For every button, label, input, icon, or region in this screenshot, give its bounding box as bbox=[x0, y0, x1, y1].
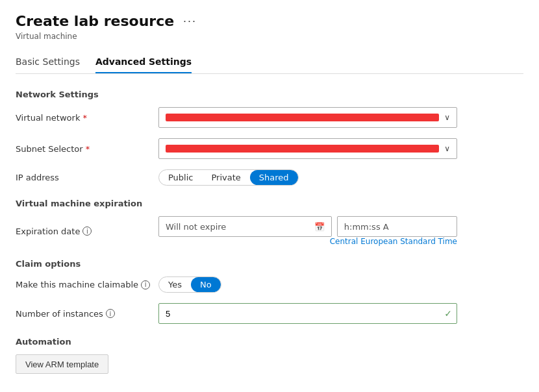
check-icon: ✓ bbox=[444, 308, 452, 319]
claimable-info-icon[interactable]: i bbox=[141, 280, 150, 289]
tab-basic-settings[interactable]: Basic Settings bbox=[16, 51, 80, 73]
ip-option-private[interactable]: Private bbox=[202, 170, 249, 185]
page-subtitle: Virtual machine bbox=[16, 32, 523, 41]
more-options-button[interactable]: ··· bbox=[179, 13, 201, 29]
instances-group: Number of instances i ✓ bbox=[16, 303, 523, 324]
network-settings-section: Network Settings Virtual network * ∨ Sub… bbox=[16, 90, 523, 186]
tab-advanced-settings[interactable]: Advanced Settings bbox=[95, 51, 192, 73]
expiration-time-input[interactable]: h:mm:ss A bbox=[337, 216, 457, 237]
page-header: Create lab resource ··· bbox=[16, 13, 523, 29]
virtual-network-redacted bbox=[166, 114, 439, 121]
create-lab-resource-page: Create lab resource ··· Virtual machine … bbox=[0, 0, 539, 392]
virtual-network-group: Virtual network * ∨ bbox=[16, 107, 523, 128]
subnet-selector-group: Subnet Selector * ∨ bbox=[16, 138, 523, 159]
virtual-network-dropdown[interactable]: ∨ bbox=[158, 107, 457, 128]
instances-input-wrapper: ✓ bbox=[158, 303, 457, 324]
virtual-network-chevron-icon: ∨ bbox=[444, 113, 450, 122]
view-arm-template-button[interactable]: View ARM template bbox=[16, 354, 108, 374]
expiration-date-input[interactable]: Will not expire 📅 bbox=[158, 216, 332, 237]
instances-label: Number of instances i bbox=[16, 309, 158, 319]
claimable-yes[interactable]: Yes bbox=[159, 277, 191, 292]
automation-title: Automation bbox=[16, 337, 523, 347]
claimable-label: Make this machine claimable i bbox=[16, 280, 158, 289]
subnet-selector-dropdown[interactable]: ∨ bbox=[158, 138, 457, 159]
expiration-title: Virtual machine expiration bbox=[16, 199, 523, 208]
date-placeholder-text: Will not expire bbox=[166, 222, 226, 232]
timezone-label: Central European Standard Time bbox=[158, 237, 457, 246]
ip-address-toggle-group: Public Private Shared bbox=[158, 169, 299, 186]
expiration-info-icon[interactable]: i bbox=[82, 227, 92, 236]
subnet-required-indicator: * bbox=[86, 144, 90, 154]
subnet-selector-label: Subnet Selector * bbox=[16, 144, 158, 154]
datetime-col: Will not expire 📅 h:mm:ss A Central Euro… bbox=[158, 216, 457, 246]
subnet-redacted bbox=[166, 145, 439, 153]
ip-address-group: IP address Public Private Shared bbox=[16, 169, 523, 186]
ip-option-public[interactable]: Public bbox=[159, 170, 202, 185]
ip-address-label: IP address bbox=[16, 173, 158, 182]
virtual-network-label: Virtual network * bbox=[16, 113, 158, 123]
time-placeholder-text: h:mm:ss A bbox=[344, 222, 389, 232]
subnet-chevron-icon: ∨ bbox=[444, 144, 450, 153]
claimable-toggle-group: Yes No bbox=[158, 276, 221, 293]
instances-info-icon[interactable]: i bbox=[106, 309, 115, 318]
expiration-date-label: Expiration date i bbox=[16, 227, 158, 236]
calendar-icon: 📅 bbox=[314, 222, 325, 232]
instances-input[interactable] bbox=[158, 303, 457, 324]
claimable-no[interactable]: No bbox=[191, 277, 221, 292]
ip-option-shared[interactable]: Shared bbox=[250, 170, 298, 185]
tabs-container: Basic Settings Advanced Settings bbox=[16, 51, 523, 74]
expiration-date-group: Expiration date i Will not expire 📅 h:mm… bbox=[16, 216, 523, 246]
page-title: Create lab resource bbox=[16, 13, 174, 29]
claimable-group: Make this machine claimable i Yes No bbox=[16, 276, 523, 293]
claim-options-section: Claim options Make this machine claimabl… bbox=[16, 259, 523, 324]
required-indicator: * bbox=[82, 113, 87, 123]
expiration-section: Virtual machine expiration Expiration da… bbox=[16, 199, 523, 246]
network-settings-title: Network Settings bbox=[16, 90, 523, 99]
automation-section: Automation View ARM template bbox=[16, 337, 523, 374]
claim-options-title: Claim options bbox=[16, 259, 523, 269]
